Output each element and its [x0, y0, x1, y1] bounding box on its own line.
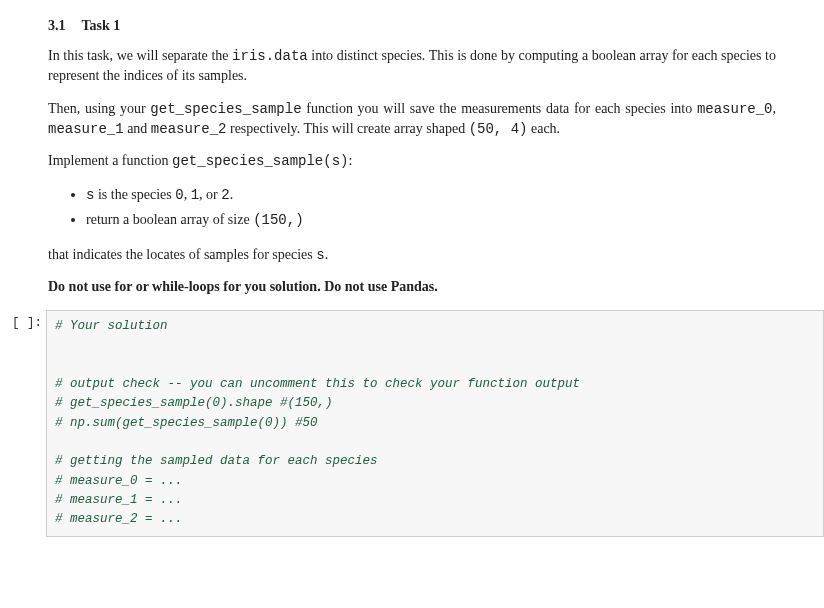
paragraph-1: In this task, we will separate the iris.… — [48, 46, 776, 87]
code-inline: measure_2 — [151, 121, 227, 137]
text: function you will save the measurements … — [302, 101, 697, 116]
code-inline: 0 — [175, 187, 183, 203]
text: , or — [199, 187, 221, 202]
paragraph-3: Implement a function get_species_sample(… — [48, 151, 776, 171]
text: , — [773, 101, 777, 116]
paragraph-2: Then, using your get_species_sample func… — [48, 99, 776, 140]
text: that indicates the locates of samples fo… — [48, 247, 316, 262]
code-inline: (50, 4) — [469, 121, 528, 137]
notebook-cell: [ ]: # Your solution # output check -- y… — [0, 310, 824, 537]
section-heading: 3.1Task 1 — [48, 18, 776, 34]
code-inline: 2 — [221, 187, 229, 203]
cell-prompt: [ ]: — [6, 310, 42, 330]
text: . — [325, 247, 329, 262]
text: respectively. This will create array sha… — [226, 121, 468, 136]
bullet-list: s is the species 0, 1, or 2. return a bo… — [48, 183, 776, 233]
list-item: s is the species 0, 1, or 2. — [86, 183, 776, 208]
text: : — [348, 153, 352, 168]
text: , — [184, 187, 191, 202]
code-inline: 1 — [191, 187, 199, 203]
section-number: 3.1 — [48, 18, 66, 33]
code-inline: measure_0 — [697, 101, 773, 117]
text: return a boolean array of size — [86, 212, 253, 227]
code-input[interactable]: # Your solution # output check -- you ca… — [46, 310, 824, 537]
code-inline: iris.data — [232, 48, 308, 64]
list-item: return a boolean array of size (150,) — [86, 208, 776, 233]
text: is the species — [94, 187, 175, 202]
code-inline: get_species_sample — [150, 101, 301, 117]
text: In this task, we will separate the — [48, 48, 232, 63]
code-inline: get_species_sample(s) — [172, 153, 348, 169]
text: Implement a function — [48, 153, 172, 168]
paragraph-warning: Do not use for or while-loops for you so… — [48, 277, 776, 297]
section-title: Task 1 — [82, 18, 121, 33]
code-inline: s — [316, 247, 324, 263]
code-inline: (150,) — [253, 212, 303, 228]
paragraph-4: that indicates the locates of samples fo… — [48, 245, 776, 265]
page-content: 3.1Task 1 In this task, we will separate… — [0, 0, 824, 298]
code-inline: measure_1 — [48, 121, 124, 137]
text: Then, using your — [48, 101, 150, 116]
text: and — [124, 121, 151, 136]
text: each. — [527, 121, 560, 136]
text: . — [230, 187, 234, 202]
